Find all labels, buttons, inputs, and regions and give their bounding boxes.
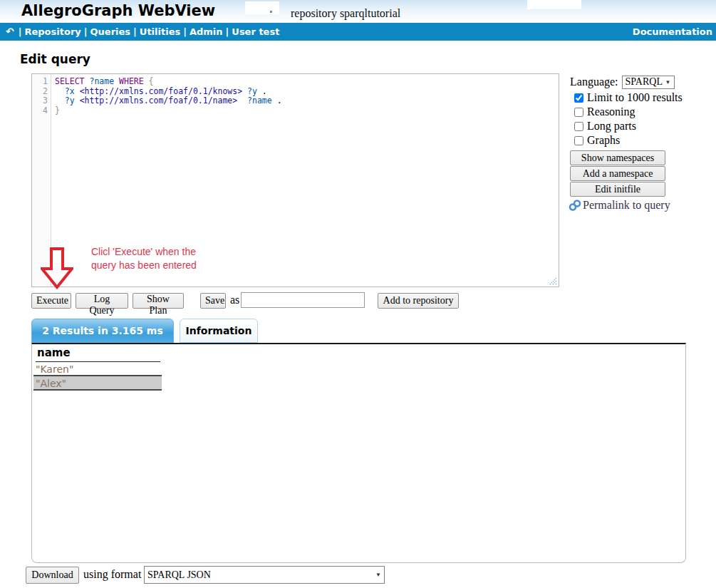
main-navbar: ↶|Repository|Queries|Utilities|Admin|Use…: [0, 23, 716, 41]
checkbox-input[interactable]: [574, 136, 583, 145]
option-checkboxes: Limit to 1000 resultsReasoningLong parts…: [569, 92, 716, 146]
nav-separator: |: [81, 26, 90, 37]
checkbox-long-parts[interactable]: Long parts: [574, 120, 716, 132]
checkbox-label: Reasoning: [587, 105, 635, 118]
code-line: ?y <http://xmlns.com/foaf/0.1/name> ?nam…: [55, 96, 559, 106]
nav-separator: |: [130, 26, 140, 37]
language-label: Language:: [570, 76, 618, 88]
code-line: }: [55, 106, 559, 116]
format-selected-value: SPARQL JSON: [147, 569, 211, 581]
tab-information[interactable]: Information: [180, 319, 258, 343]
results-rows: "Karen""Alex": [33, 362, 162, 391]
language-selected-value: SPARQL: [626, 76, 663, 88]
nav-item-documentation[interactable]: Documentation: [633, 23, 712, 41]
chevron-down-icon: ▼: [375, 572, 381, 578]
checkbox-label: Limit to 1000 results: [587, 91, 683, 104]
nav-separator: |: [16, 26, 25, 37]
download-button[interactable]: Download: [26, 567, 79, 584]
download-format-select[interactable]: SPARQL JSON ▼: [144, 566, 385, 584]
table-row[interactable]: "Karen": [33, 362, 162, 376]
app-title: AllegroGraph WebView: [21, 2, 215, 19]
results-panel: name "Karen""Alex" The results appear he…: [31, 343, 686, 563]
resize-handle-icon[interactable]: [548, 276, 557, 285]
save-button[interactable]: Save: [200, 293, 226, 309]
checkbox-limit-to-1000-results[interactable]: Limit to 1000 results: [574, 92, 716, 103]
query-options-sidebar: Language: SPARQL ▼ Limit to 1000 results…: [569, 75, 716, 212]
annotation-arrow-icon: [41, 247, 73, 289]
checkbox-label: Graphs: [587, 134, 620, 147]
tab-2-results-in-3-165-ms[interactable]: 2 Results in 3.165 ms: [31, 319, 174, 343]
nav-separator: |: [223, 26, 232, 37]
execute-annotation: Clicl 'Execute' when the query has been …: [91, 245, 197, 272]
save-name-input[interactable]: [241, 292, 365, 308]
nav-item-admin[interactable]: Admin: [190, 26, 223, 37]
nav-separator: |: [180, 26, 190, 37]
nav-item-utilities[interactable]: Utilities: [140, 26, 180, 37]
language-select[interactable]: SPARQL ▼: [622, 76, 675, 89]
checkbox-reasoning[interactable]: Reasoning: [574, 106, 716, 118]
nav-item-user-test[interactable]: User test: [232, 26, 279, 37]
permalink-to-query-link[interactable]: Permalink to query: [569, 199, 716, 212]
annotation-line: query has been entered: [91, 259, 197, 272]
chevron-down-icon: ▼: [665, 79, 671, 86]
edit-initfile-button[interactable]: Edit initfile: [570, 182, 665, 197]
using-format-label: using format: [83, 568, 141, 581]
blank-patch: [245, 1, 279, 14]
cursor-artifact: [270, 11, 272, 13]
log-query-button[interactable]: Log Query: [76, 293, 128, 309]
show-namespaces-button[interactable]: Show namespaces: [570, 150, 665, 165]
annotation-line: Clicl 'Execute' when the: [91, 245, 197, 259]
line-number: 4: [32, 106, 51, 116]
table-row[interactable]: "Alex": [33, 376, 162, 391]
save-as-label: as: [230, 294, 239, 306]
checkbox-input[interactable]: [574, 108, 583, 117]
line-number: 3: [32, 96, 51, 106]
permalink-label: Permalink to query: [583, 199, 670, 212]
line-number: 1: [32, 77, 51, 87]
navbar-links: ↶|Repository|Queries|Utilities|Admin|Use…: [6, 23, 279, 41]
page-title: Edit query: [20, 52, 90, 66]
results-tabs: 2 Results in 3.165 msInformation: [31, 319, 258, 343]
blank-patch: [527, 0, 581, 9]
nav-item-queries[interactable]: Queries: [90, 26, 131, 37]
results-column-header: name: [36, 346, 160, 363]
checkbox-graphs[interactable]: Graphs: [574, 135, 716, 146]
namespace-buttons: Show namespacesAdd a namespaceEdit initf…: [569, 150, 716, 197]
checkbox-input[interactable]: [574, 93, 583, 103]
code-line: ?x <http://xmlns.com/foaf/0.1/knows> ?y …: [55, 87, 559, 97]
page-header: AllegroGraph WebView repository sparqltu…: [0, 0, 716, 23]
link-icon: [569, 199, 581, 212]
show-plan-button[interactable]: Show Plan: [133, 293, 184, 309]
webview-screen: AllegroGraph WebView repository sparqltu…: [0, 0, 716, 588]
checkbox-input[interactable]: [574, 122, 583, 131]
checkbox-label: Long parts: [587, 120, 636, 133]
add-a-namespace-button[interactable]: Add a namespace: [570, 166, 665, 181]
nav-item-repository[interactable]: Repository: [24, 26, 81, 37]
language-row: Language: SPARQL ▼: [569, 75, 716, 89]
repository-label: repository sparqltutorial: [291, 7, 400, 20]
add-to-repository-button[interactable]: Add to repository: [378, 293, 459, 309]
code-line: SELECT ?name WHERE {: [55, 77, 559, 87]
back-arrow-icon[interactable]: ↶: [6, 26, 16, 37]
line-number: 2: [32, 87, 51, 97]
execute-button[interactable]: Execute: [31, 293, 71, 309]
